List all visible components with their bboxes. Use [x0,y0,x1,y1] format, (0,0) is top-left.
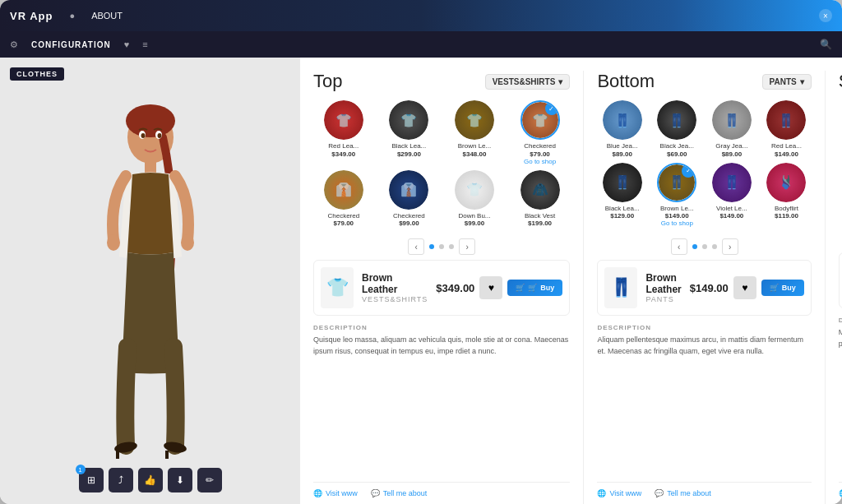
page-dot-2[interactable] [702,244,707,249]
list-item[interactable]: 👕 ✓ Checkered $79.00 Go to shop [510,100,571,165]
shoes-col-title: Shoes [839,71,842,92]
top-col-title: Top [313,71,342,92]
bottom-dropdown[interactable]: PANTS ▾ [762,74,812,90]
top-column: Top VESTS&SHIRTS ▾ 👕 [313,71,570,504]
go-to-shop-link[interactable]: Go to shop [661,220,693,227]
toolbar-download-btn[interactable]: ⬇ [168,468,192,492]
menu-icon[interactable]: ≡ [142,39,147,49]
item-check-icon: ✓ [682,164,695,178]
toolbar-share-btn[interactable]: ⤴ [109,468,133,492]
list-item[interactable]: 👔 Checkered $99.00 [379,170,440,228]
svg-point-1 [126,104,175,137]
globe-icon: 🌐 [597,489,606,497]
list-item[interactable]: 🩱 Bodyflirt $119.00 [761,163,812,228]
selected-item-info: Brown Leather PANTS [645,272,681,303]
page-dot-1[interactable] [429,244,434,249]
visit-www-link[interactable]: 🌐 Visit www [313,489,358,497]
list-item[interactable]: 👖 ✓ Brown Le... $149.00 Go to shop [652,163,702,228]
svg-point-11 [141,133,145,138]
settings-icon: ⚙ [10,39,18,50]
item-check-icon: ✓ [545,102,558,115]
tell-me-about-link[interactable]: 💬 Tell me about [655,489,711,497]
top-selected-item: 👕 Brown Leather VESTS&SHIRTS $349.00 ♥ 🛒… [313,260,570,316]
list-item[interactable]: 👕 Down Bu... $99.00 [444,170,505,228]
list-item[interactable]: 👖 Black Jea... $69.00 [652,100,702,158]
selected-item-actions: $349.00 ♥ 🛒 🛒 Buy [436,276,562,299]
bottom-col-footer: 🌐 Visit www 💬 Tell me about [597,482,811,504]
selected-item-thumbnail: 👖 [604,267,637,308]
top-col-footer: 🌐 Visit www 💬 Tell me about [313,482,570,504]
shoes-col-header: Shoes HIGH HEELS ▾ [839,71,842,92]
list-item[interactable]: 👕 Black Lea... $299.00 [379,100,440,165]
globe-icon: 🌐 [839,489,842,497]
left-panel: CLOTHES [0,58,300,504]
page-dot-1[interactable] [692,244,697,249]
app-window: VR App ● ABOUT × ⚙ CONFIGURATION ♥ ≡ 🔍 C… [0,0,842,504]
svg-point-3 [107,234,120,251]
buy-button[interactable]: 🛒 🛒 Buy [507,280,562,296]
tab-about[interactable]: ABOUT [91,11,123,21]
download-icon: ⬇ [176,474,184,486]
heart-icon[interactable]: ♥ [124,39,130,49]
avatar-toolbar: 1 ⊞ ⤴ 👍 ⬇ ✏ [79,468,222,492]
page-prev-btn[interactable]: ‹ [408,238,424,255]
list-item[interactable]: 👖 Black Lea... $129.00 [597,163,647,228]
list-item[interactable]: 👖 Violet Le... $149.00 [707,163,757,228]
chevron-down-icon: ▾ [800,77,804,86]
thumbs-up-icon: 👍 [144,474,156,486]
list-item[interactable]: 👖 Red Lea... $149.00 [761,100,812,158]
shoes-items-grid: 👠 Red $109.00 👠 [839,100,842,220]
page-dot-3[interactable] [449,244,454,249]
svg-rect-8 [165,451,169,459]
chevron-down-icon: ▾ [558,77,562,86]
top-description: DESCRIPTION Quisque leo massa, aliquam a… [313,324,570,357]
svg-rect-7 [116,451,119,459]
visit-www-link[interactable]: 🌐 Visit www [597,489,641,497]
page-dot-2[interactable] [439,244,444,249]
toolbar-grid-btn[interactable]: 1 ⊞ [79,468,104,492]
search-icon[interactable]: 🔍 [820,39,832,50]
config-bar: ⚙ CONFIGURATION ♥ ≡ 🔍 [0,31,842,58]
wishlist-button[interactable]: ♥ [479,276,502,299]
toolbar-thumbs-btn[interactable]: 👍 [138,468,163,492]
list-item[interactable]: 👖 Gray Jea... $89.00 [707,100,757,158]
shoes-col-footer: 🌐 Visit www 💬 Tell me about [839,482,842,504]
visit-www-link[interactable]: 🌐 Visit www [839,489,842,497]
bottom-column: Bottom PANTS ▾ 👖 [583,71,811,504]
close-button[interactable]: × [819,9,832,22]
selected-item-thumbnail: 👕 [321,267,354,308]
selected-item-actions: $149.00 ♥ 🛒 Buy [690,276,804,299]
pencil-icon: ✏ [206,474,214,486]
page-dot-3[interactable] [712,244,717,249]
list-item[interactable]: 👠 Red $109.00 [839,100,842,158]
tell-me-about-link[interactable]: 💬 Tell me about [371,489,428,497]
toolbar-edit-btn[interactable]: ✏ [197,468,222,492]
list-item[interactable]: 👕 Red Lea... $349.00 [313,100,374,165]
home-dot-icon: ● [69,11,75,21]
list-item[interactable]: 🧥 Black Vest $199.00 [510,170,571,228]
list-item[interactable]: 👖 Blue Jea... $89.00 [597,100,647,158]
bottom-col-title: Bottom [597,71,655,92]
list-item[interactable]: 👡 Green $109.00 [839,163,842,220]
list-item[interactable]: 👔 Checkered $79.00 [313,170,374,228]
go-to-shop-link[interactable]: Go to shop [524,158,556,165]
top-pagination: ‹ › [313,238,570,255]
svg-point-4 [181,234,194,251]
top-dropdown[interactable]: VESTS&SHIRTS ▾ [485,74,571,90]
right-panel: Top VESTS&SHIRTS ▾ 👕 [300,58,842,504]
buy-button[interactable]: 🛒 Buy [761,280,804,296]
page-next-btn[interactable]: › [722,238,738,255]
cart-icon: 🛒 [516,284,525,292]
top-col-header: Top VESTS&SHIRTS ▾ [313,71,570,92]
bottom-items-grid: 👖 Blue Jea... $89.00 👖 [597,100,811,227]
tab-home[interactable]: ● [69,11,75,21]
selected-item-info: Brown Leather VESTS&SHIRTS [362,272,428,303]
page-prev-btn[interactable]: ‹ [671,238,687,255]
shoes-pagination: ‹ › [839,231,842,247]
chat-icon: 💬 [371,489,380,497]
page-next-btn[interactable]: › [459,238,475,255]
grid-icon: ⊞ [87,474,95,486]
svg-point-12 [157,133,161,138]
list-item[interactable]: 👕 Brown Le... $348.00 [444,100,505,165]
wishlist-button[interactable]: ♥ [733,276,756,299]
